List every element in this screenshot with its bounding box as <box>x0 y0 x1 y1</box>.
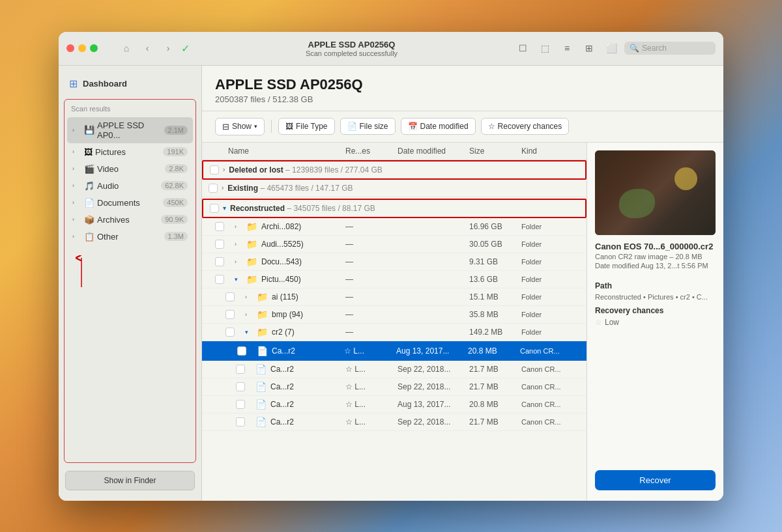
size-cr2-file1: 20.8 MB <box>468 346 520 356</box>
group-reconstructed[interactable]: ▾ Reconstructed – 345075 files / 88.17 G… <box>202 199 586 218</box>
folder-icon-button[interactable]: ⬚ <box>536 39 554 57</box>
recs-cr2-file1: ☆ L... <box>344 346 396 356</box>
sidebar-item-label-apple-ssd: APPLE SSD AP0... <box>97 120 162 140</box>
recs-text-cr2-file4: L... <box>355 400 366 409</box>
maximize-button[interactable] <box>90 44 98 52</box>
date-modified-button[interactable]: 📅 Date modified <box>401 118 476 135</box>
file-name-text-cr2: cr2 (7) <box>272 328 295 337</box>
group-deleted-info: – 1239839 files / 277.04 GB <box>285 165 383 175</box>
file-row-cr2-file5[interactable]: 📄 Ca...r2 ☆ L... Sep 22, 2018... 21.7 MB… <box>202 413 586 431</box>
expand-arrow-icon: › <box>72 233 81 240</box>
checkbox-bmp[interactable] <box>225 310 235 319</box>
sidebar-item-audio[interactable]: › 🎵 Audio 62.8K <box>67 178 193 194</box>
sidebar-item-video[interactable]: › 🎬 Video 2.8K <box>67 161 193 177</box>
file-row-ai[interactable]: › 📁 ai (115) — 15.1 MB Folder <box>202 288 586 306</box>
recovery-star-icon: ☆ <box>595 318 602 327</box>
checkbox-pictu[interactable] <box>215 275 224 284</box>
search-input[interactable] <box>642 44 710 53</box>
checkbox-cr2-file4[interactable] <box>236 400 245 409</box>
list-view-button[interactable]: ≡ <box>558 39 576 57</box>
file-info-date: Date modified Aug 13, 2...t 5:56 PM <box>595 262 716 270</box>
checkbox-docu[interactable] <box>215 257 224 266</box>
file-name-archi: › 📁 Archi...082) <box>235 221 345 232</box>
group-deleted-checkbox[interactable] <box>210 165 219 175</box>
group-deleted[interactable]: › Deleted or lost – 1239839 files / 277.… <box>202 160 586 180</box>
file-icon-button[interactable]: ☐ <box>514 39 532 57</box>
file-row-archi[interactable]: › 📁 Archi...082) — 16.96 GB Folder <box>202 218 586 236</box>
recovery-chances-button[interactable]: ☆ Recovery chances <box>481 118 570 135</box>
kind-ai: Folder <box>521 293 580 301</box>
star-icon-cr2-file3: ☆ <box>345 382 353 391</box>
close-button[interactable] <box>66 44 74 52</box>
checkbox-cr2-file1[interactable]: ✓ <box>237 346 246 356</box>
back-button[interactable]: ‹ <box>139 40 155 56</box>
sidebar-item-pictures[interactable]: › 🖼 Pictures 191K <box>67 144 193 160</box>
sidebar-item-count-archives: 90.9K <box>161 215 188 224</box>
file-name-text-cr2-file3: Ca...r2 <box>270 382 294 391</box>
sidebar-item-archives[interactable]: › 📦 Archives 90.9K <box>67 212 193 228</box>
audio-icon: 🎵 <box>84 181 94 191</box>
sidebar-item-apple-ssd[interactable]: › 💾 APPLE SSD AP0... 2.1M <box>67 117 193 143</box>
kind-docu: Folder <box>521 258 580 266</box>
file-row-cr2-file2[interactable]: 📄 Ca...r2 ☆ L... Sep 22, 2018... 21.7 MB… <box>202 361 586 378</box>
folder-icon-audi: 📁 <box>246 239 257 249</box>
dashboard-button[interactable]: ⊞ Dashboard <box>59 74 201 94</box>
file-row-cr2-file3[interactable]: 📄 Ca...r2 ☆ L... Sep 22, 2018... 21.7 MB… <box>202 378 586 396</box>
forward-button[interactable]: › <box>160 40 176 56</box>
grid-view-button[interactable]: ⊞ <box>580 39 598 57</box>
star-icon-cr2-file1: ☆ <box>344 346 351 356</box>
size-cr2-file4: 20.8 MB <box>469 400 521 409</box>
file-row-cr2[interactable]: ▾ 📁 cr2 (7) — 149.2 MB Folder <box>202 324 586 341</box>
checkbox-cr2-file2[interactable] <box>236 365 245 374</box>
checkbox-archi[interactable] <box>215 222 224 231</box>
group-reconstructed-checkbox[interactable] <box>210 204 219 213</box>
file-row-bmp[interactable]: › 📁 bmp (94) — 35.8 MB Folder <box>202 306 586 324</box>
file-row-pictu[interactable]: ▾ 📁 Pictu...450) — 13.6 GB Folder <box>202 271 586 288</box>
file-type-button[interactable]: 🖼 File Type <box>278 118 334 135</box>
file-row-audi[interactable]: › 📁 Audi...5525) — 30.05 GB Folder <box>202 236 586 253</box>
content-body: Name Re...es Date modified Size Kind › D… <box>202 143 723 501</box>
file-row-cr2-file4[interactable]: 📄 Ca...r2 ☆ L... Aug 13, 2017... 20.8 MB… <box>202 396 586 413</box>
kind-cr2-file2: Canon CR... <box>521 365 580 373</box>
sidebar-item-documents[interactable]: › 📄 Documents 450K <box>67 195 193 211</box>
checkbox-ai[interactable] <box>225 292 235 301</box>
folder-icon-cr2: 📁 <box>257 327 268 337</box>
titlebar-center: APPLE SSD AP0256Q Scan completed success… <box>195 40 508 57</box>
name-column-header[interactable]: Name <box>228 147 345 156</box>
file-size-button[interactable]: 📄 File size <box>340 118 396 135</box>
file-doc-icon-cr2-file5: 📄 <box>255 417 267 427</box>
checkbox-cr2-file3[interactable] <box>236 382 245 391</box>
traffic-lights <box>66 44 98 52</box>
checkbox-header <box>209 147 228 156</box>
show-in-finder-button[interactable]: Show in Finder <box>65 471 195 490</box>
recover-button[interactable]: Recover <box>595 470 716 490</box>
group-existing-checkbox[interactable] <box>209 184 218 193</box>
checkbox-audi[interactable] <box>215 240 224 249</box>
checkbox-cr2-file5[interactable] <box>236 417 245 427</box>
home-button[interactable]: ⌂ <box>119 40 134 56</box>
list-header: Name Re...es Date modified Size Kind <box>202 143 586 160</box>
recovery-chances-filter-label: Recovery chances <box>498 122 562 131</box>
sidebar-item-label-audio: Audio <box>97 181 158 191</box>
kind-cr2-file4: Canon CR... <box>521 400 580 408</box>
group-deleted-arrow: › <box>223 166 225 173</box>
group-existing[interactable]: › Existing – 465473 files / 147.17 GB <box>202 180 586 197</box>
file-row-docu[interactable]: › 📁 Docu...543) — 9.31 GB Folder <box>202 253 586 271</box>
group-existing-label: Existing – 465473 files / 147.17 GB <box>227 184 353 193</box>
minimize-button[interactable] <box>78 44 86 52</box>
drive-icon: 💾 <box>84 125 94 135</box>
show-filter-button[interactable]: ⊟ Show ▾ <box>215 118 265 135</box>
search-box[interactable]: 🔍 <box>624 42 716 55</box>
expand-toggle-archi: › <box>235 223 242 230</box>
panel-view-button[interactable]: ⬜ <box>602 39 620 57</box>
group-existing-info: – 465473 files / 147.17 GB <box>260 184 353 193</box>
sidebar-item-other[interactable]: › 📋 Other 1.3M <box>67 229 193 245</box>
file-row-cr2-file1[interactable]: ✓ 📄 Ca...r2 ☆ L... Aug 13, 2017... 20.8 … <box>202 341 586 361</box>
group-reconstructed-arrow: ▾ <box>223 204 226 212</box>
file-list[interactable]: Name Re...es Date modified Size Kind › D… <box>202 143 586 501</box>
checkbox-cr2[interactable] <box>225 328 235 337</box>
sidebar: ⊞ Dashboard Scan results › 💾 APPLE SSD A… <box>59 66 202 501</box>
file-doc-icon: ☐ <box>519 43 527 53</box>
date-cr2-file5: Sep 22, 2018... <box>398 417 469 427</box>
scan-results-label: Scan results <box>65 104 195 117</box>
